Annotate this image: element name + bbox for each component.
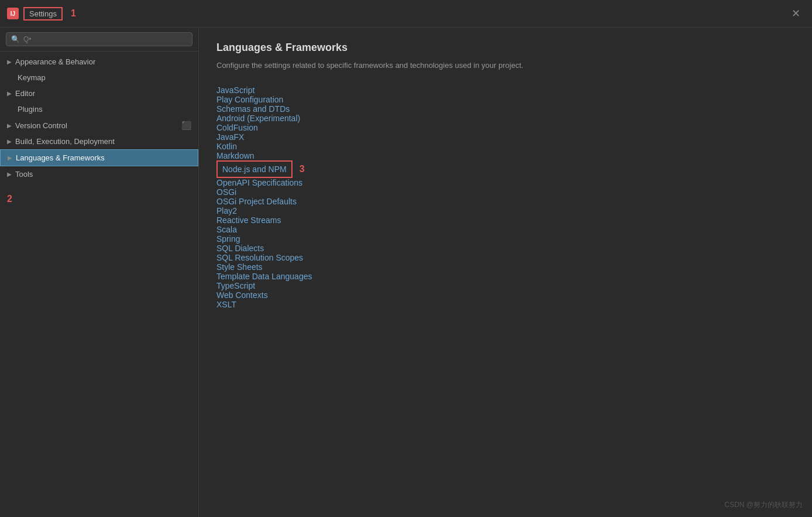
search-bar: 🔍 <box>0 28 198 52</box>
sidebar-item-appearance[interactable]: ▶ Appearance & Behavior <box>0 54 198 70</box>
sidebar-item-plugins[interactable]: Plugins <box>0 101 198 117</box>
list-item[interactable]: Spring <box>216 234 794 244</box>
list-item[interactable]: OpenAPI Specifications <box>216 178 794 187</box>
sidebar-item-keymap[interactable]: Keymap <box>0 70 198 85</box>
list-item[interactable]: Play Configuration <box>216 95 794 104</box>
arrow-icon: ▶ <box>7 171 12 177</box>
close-button[interactable]: ✕ <box>787 5 805 22</box>
arrow-icon: ▶ <box>7 122 12 129</box>
content-description: Configure the settings related to specif… <box>216 60 794 71</box>
sidebar-item-tools[interactable]: ▶ Tools <box>0 166 198 182</box>
arrow-icon: ▶ <box>7 59 12 65</box>
arrow-icon: ▶ <box>7 90 12 97</box>
sidebar-item-label: Keymap <box>18 73 46 82</box>
list-item[interactable]: Web Contexts <box>216 290 794 300</box>
list-item-nodejs-wrapper: Node.js and NPM 3 <box>216 160 794 178</box>
search-wrapper: 🔍 <box>6 32 192 46</box>
list-item[interactable]: Play2 <box>216 206 794 215</box>
list-item[interactable]: TypeScript <box>216 281 794 290</box>
nav-items: ▶ Appearance & Behavior Keymap ▶ Editor … <box>0 52 198 517</box>
settings-dialog: IJ Settings 1 ✕ 🔍 ▶ Appearance & Behavio… <box>0 0 812 517</box>
arrow-icon: ▶ <box>7 138 12 145</box>
sidebar-item-label: Editor <box>15 89 35 98</box>
content-title: Languages & Frameworks <box>216 42 794 54</box>
list-item[interactable]: Android (Experimental) <box>216 114 794 123</box>
sidebar-item-editor[interactable]: ▶ Editor <box>0 85 198 101</box>
list-item[interactable]: ColdFusion <box>216 123 794 132</box>
annotation-3: 3 <box>300 164 305 174</box>
main-layout: 🔍 ▶ Appearance & Behavior Keymap ▶ Edito… <box>0 28 812 517</box>
list-item[interactable]: JavaFX <box>216 132 794 142</box>
annotation-1: 1 <box>71 8 76 19</box>
title-bar: IJ Settings 1 ✕ <box>0 0 812 28</box>
content-area: Languages & Frameworks Configure the set… <box>199 28 812 517</box>
watermark: CSDN @努力的耿联努力 <box>724 500 803 510</box>
sidebar-item-label: Tools <box>15 170 33 179</box>
sidebar: 🔍 ▶ Appearance & Behavior Keymap ▶ Edito… <box>0 28 199 517</box>
framework-list: JavaScript Play Configuration Schemas an… <box>216 85 794 309</box>
copy-icon: ⬛ <box>181 121 191 130</box>
list-item[interactable]: Schemas and DTDs <box>216 104 794 114</box>
list-item[interactable]: OSGi Project Defaults <box>216 197 794 206</box>
window-title: Settings <box>23 7 63 20</box>
list-item[interactable]: SQL Resolution Scopes <box>216 253 794 262</box>
sidebar-item-build[interactable]: ▶ Build, Execution, Deployment <box>0 133 198 149</box>
list-item[interactable]: XSLT <box>216 300 794 309</box>
list-item[interactable]: SQL Dialects <box>216 244 794 253</box>
sidebar-item-version-control[interactable]: ▶ Version Control ⬛ <box>0 117 198 133</box>
annotation-2: 2 <box>0 182 198 216</box>
framework-link-xslt[interactable]: XSLT <box>216 296 236 313</box>
search-icon: 🔍 <box>11 35 20 43</box>
title-bar-left: IJ Settings 1 <box>7 7 76 20</box>
list-item[interactable]: Scala <box>216 225 794 234</box>
list-item[interactable]: JavaScript <box>216 85 794 95</box>
list-item[interactable]: Template Data Languages <box>216 272 794 281</box>
list-item[interactable]: Markdown <box>216 151 794 160</box>
list-item[interactable]: Kotlin <box>216 142 794 151</box>
sidebar-item-label: Appearance & Behavior <box>15 57 95 66</box>
arrow-icon: ▶ <box>8 155 12 161</box>
sidebar-item-label: Build, Execution, Deployment <box>15 137 115 146</box>
sidebar-item-label: Version Control <box>15 121 67 130</box>
sidebar-item-languages[interactable]: ▶ Languages & Frameworks <box>0 149 198 166</box>
list-item[interactable]: Reactive Streams <box>216 215 794 225</box>
sidebar-item-label: Languages & Frameworks <box>16 153 105 162</box>
sidebar-item-label: Plugins <box>18 105 43 114</box>
search-input[interactable] <box>23 35 187 43</box>
list-item[interactable]: OSGi <box>216 187 794 197</box>
app-icon: IJ <box>7 8 19 19</box>
